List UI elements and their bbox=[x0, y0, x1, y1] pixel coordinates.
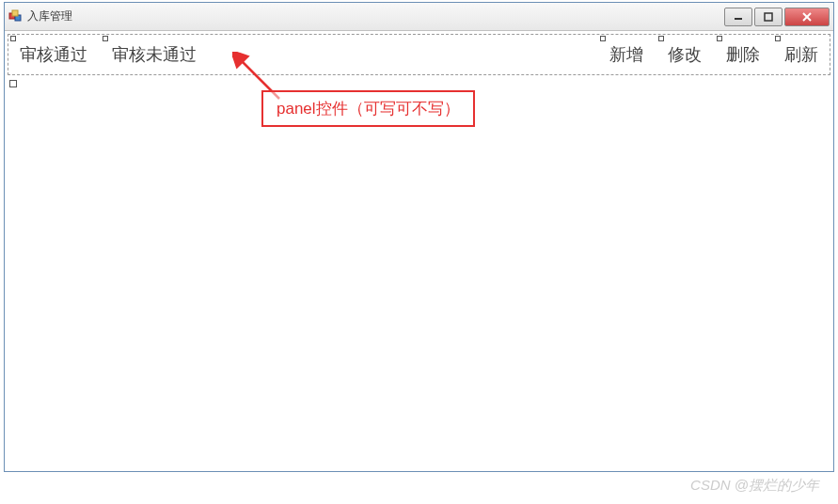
annotation-label: panel控件（可写可不写） bbox=[261, 90, 475, 127]
button-label: 刷新 bbox=[784, 45, 818, 64]
designer-handle-icon bbox=[717, 36, 722, 41]
button-label: 新增 bbox=[609, 45, 643, 64]
content-area bbox=[8, 78, 830, 468]
designer-handle-icon bbox=[10, 36, 16, 41]
titlebar[interactable]: 入库管理 bbox=[5, 3, 833, 31]
close-button[interactable] bbox=[784, 8, 830, 26]
designer-handle-icon bbox=[658, 36, 664, 41]
button-label: 审核通过 bbox=[20, 45, 87, 64]
delete-button[interactable]: 删除 bbox=[722, 41, 764, 68]
designer-handle-icon bbox=[600, 36, 606, 41]
button-label: 删除 bbox=[726, 45, 760, 64]
edit-button[interactable]: 修改 bbox=[664, 41, 705, 68]
designer-handle-icon bbox=[103, 36, 108, 41]
toolbar-panel: 审核通过 审核未通过 新增 修改 删除 刷新 bbox=[8, 34, 830, 75]
toolbar-right: 新增 修改 删除 刷新 bbox=[606, 41, 822, 68]
window-frame: 入库管理 审核通过 审核未通过 bbox=[4, 2, 834, 472]
reject-button[interactable]: 审核未通过 bbox=[108, 41, 200, 68]
app-icon bbox=[8, 9, 24, 24]
annotation-text: panel控件（可写可不写） bbox=[277, 100, 460, 118]
maximize-button[interactable] bbox=[754, 8, 783, 26]
toolbar-left: 审核通过 审核未通过 bbox=[16, 41, 200, 68]
svg-rect-4 bbox=[765, 13, 772, 21]
refresh-button[interactable]: 刷新 bbox=[781, 41, 822, 68]
button-label: 审核未通过 bbox=[112, 45, 197, 64]
minimize-button[interactable] bbox=[724, 8, 752, 26]
svg-rect-2 bbox=[12, 10, 18, 16]
button-label: 修改 bbox=[668, 45, 702, 64]
designer-handle-icon bbox=[775, 36, 781, 41]
window-controls bbox=[724, 8, 830, 26]
watermark: CSDN @摆烂的少年 bbox=[690, 477, 819, 495]
window-title: 入库管理 bbox=[27, 8, 724, 24]
designer-handle-icon bbox=[9, 80, 17, 87]
approve-button[interactable]: 审核通过 bbox=[16, 41, 91, 68]
add-button[interactable]: 新增 bbox=[606, 41, 647, 68]
